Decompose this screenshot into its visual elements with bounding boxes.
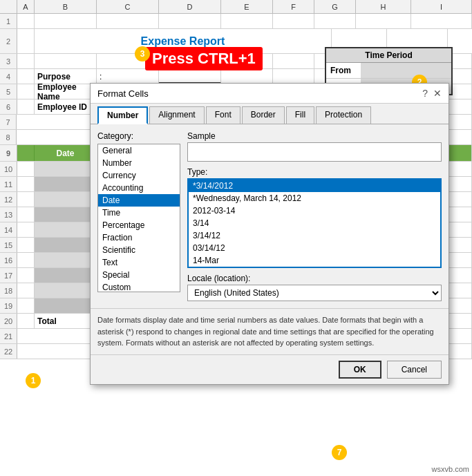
cell-a3[interactable] xyxy=(17,54,35,68)
cell-a20[interactable] xyxy=(17,314,35,328)
cat-accounting[interactable]: Accounting xyxy=(98,182,180,194)
type-item-2[interactable]: 2012-03-14 xyxy=(189,204,440,217)
cell-a9[interactable] xyxy=(17,145,35,161)
cell-c4[interactable]: : xyxy=(97,69,159,84)
cell-c1[interactable] xyxy=(97,14,159,28)
row-num-4: 4 xyxy=(0,69,17,84)
cell-a6[interactable] xyxy=(17,99,35,114)
category-list[interactable]: General Number Currency Accounting Date … xyxy=(97,144,180,292)
cell-f1[interactable] xyxy=(273,14,314,28)
cell-g1[interactable] xyxy=(314,14,356,28)
col-header-row: A B C D E F G H I xyxy=(0,0,472,14)
row-num-13: 13 xyxy=(0,207,17,222)
category-label: Category: xyxy=(97,131,180,141)
cat-time[interactable]: Time xyxy=(98,207,180,219)
tab-font[interactable]: Font xyxy=(206,106,240,124)
type-item-5[interactable]: 03/14/12 xyxy=(189,242,440,254)
circle-1-annotation: 1 xyxy=(26,373,41,388)
format-cells-dialog: Format Cells ? ✕ Number Alignment Font B… xyxy=(90,83,449,385)
cell-e4[interactable] xyxy=(221,69,273,84)
type-list[interactable]: *3/14/2012 *Wednesday, March 14, 2012 20… xyxy=(187,178,442,268)
row-num-10: 10 xyxy=(0,162,17,176)
category-section: Category: General Number Currency Accoun… xyxy=(97,131,180,301)
cell-b20-total[interactable]: Total xyxy=(35,314,97,328)
dialog-controls: ? ✕ xyxy=(422,88,442,99)
tab-number[interactable]: Number xyxy=(97,106,148,124)
cell-e1[interactable] xyxy=(221,14,273,28)
tab-protection[interactable]: Protection xyxy=(316,106,371,124)
type-item-0[interactable]: *3/14/2012 xyxy=(189,180,440,192)
cat-number[interactable]: Number xyxy=(98,157,180,169)
tab-alignment[interactable]: Alignment xyxy=(149,106,204,124)
col-header-c[interactable]: C xyxy=(97,0,159,13)
cell-b1[interactable] xyxy=(35,14,97,28)
col-header-d[interactable]: D xyxy=(159,0,221,13)
dialog-help-btn[interactable]: ? xyxy=(422,88,428,99)
row-num-1: 1 xyxy=(0,14,17,28)
tab-fill[interactable]: Fill xyxy=(286,106,314,124)
cell-b5-empname[interactable]: Employee Name xyxy=(35,84,97,99)
cell-d4[interactable] xyxy=(159,69,221,84)
type-item-1[interactable]: *Wednesday, March 14, 2012 xyxy=(189,192,440,204)
col-header-a[interactable]: A xyxy=(17,0,35,13)
cat-currency[interactable]: Currency xyxy=(98,169,180,182)
watermark: wsxvb.com xyxy=(432,465,469,473)
cat-fraction[interactable]: Fraction xyxy=(98,231,180,244)
ok-button[interactable]: OK xyxy=(339,361,381,379)
dialog-description: Date formats display date and time seria… xyxy=(91,308,449,354)
time-period-header: Time Period xyxy=(326,48,451,63)
sample-value xyxy=(187,142,442,162)
row-num-2: 2 xyxy=(0,29,17,53)
row-num-14: 14 xyxy=(0,222,17,237)
row-num-8: 8 xyxy=(0,130,17,144)
time-period-from-value[interactable] xyxy=(361,63,451,78)
cell-a5[interactable] xyxy=(17,84,35,99)
col-header-b[interactable]: B xyxy=(35,0,97,13)
cell-d1[interactable] xyxy=(159,14,221,28)
type-item-3[interactable]: 3/14 xyxy=(189,217,440,229)
row-num-21: 21 xyxy=(0,329,17,343)
sample-section: Sample xyxy=(187,131,442,162)
cell-f4[interactable] xyxy=(273,69,314,84)
type-label: Type: xyxy=(187,167,442,177)
cell-f3[interactable] xyxy=(273,54,314,68)
row-num-12: 12 xyxy=(0,192,17,207)
cancel-button[interactable]: Cancel xyxy=(387,361,442,379)
cell-i1[interactable] xyxy=(411,14,472,28)
cell-b6-empid[interactable]: Employee ID xyxy=(35,99,97,114)
cell-date-header[interactable]: Date xyxy=(35,145,97,161)
cat-custom[interactable]: Custom xyxy=(98,281,180,292)
row-num-18: 18 xyxy=(0,283,17,298)
type-item-6[interactable]: 14-Mar xyxy=(189,254,440,267)
cat-general[interactable]: General xyxy=(98,144,180,157)
cat-special[interactable]: Special xyxy=(98,269,180,281)
cell-a4[interactable] xyxy=(17,69,35,84)
cell-b3[interactable] xyxy=(35,54,97,68)
dialog-close-btn[interactable]: ✕ xyxy=(433,88,442,99)
cat-date[interactable]: Date xyxy=(98,194,180,207)
cell-a1[interactable] xyxy=(17,14,35,28)
cell-h1[interactable] xyxy=(356,14,411,28)
locale-select[interactable]: English (United States) xyxy=(187,285,442,301)
dialog-titlebar: Format Cells ? ✕ xyxy=(91,84,449,104)
cat-text[interactable]: Text xyxy=(98,256,180,269)
ctrl-annotation: Press CTRL+1 xyxy=(145,47,263,70)
cat-percentage[interactable]: Percentage xyxy=(98,219,180,231)
col-header-e[interactable]: E xyxy=(221,0,273,13)
col-header-f[interactable]: F xyxy=(273,0,314,13)
col-header-i[interactable]: I xyxy=(411,0,472,13)
cell-a2[interactable] xyxy=(17,29,35,53)
row-num-15: 15 xyxy=(0,238,17,252)
spreadsheet: A B C D E F G H I 1 2 Expense Report xyxy=(0,0,472,476)
col-header-h[interactable]: H xyxy=(356,0,411,13)
time-period-from-row: From xyxy=(326,63,451,79)
row-num-7: 7 xyxy=(0,115,17,129)
type-item-4[interactable]: 3/14/12 xyxy=(189,229,440,242)
cat-scientific[interactable]: Scientific xyxy=(98,244,180,256)
dialog-tabs: Number Alignment Font Border Fill Protec… xyxy=(91,104,449,124)
circle-7-annotation: 7 xyxy=(332,445,347,460)
right-panel: Sample Type: *3/14/2012 *Wednesday, Marc… xyxy=(187,131,442,301)
col-header-g[interactable]: G xyxy=(314,0,356,13)
row-num-19: 19 xyxy=(0,298,17,313)
tab-border[interactable]: Border xyxy=(242,106,285,124)
